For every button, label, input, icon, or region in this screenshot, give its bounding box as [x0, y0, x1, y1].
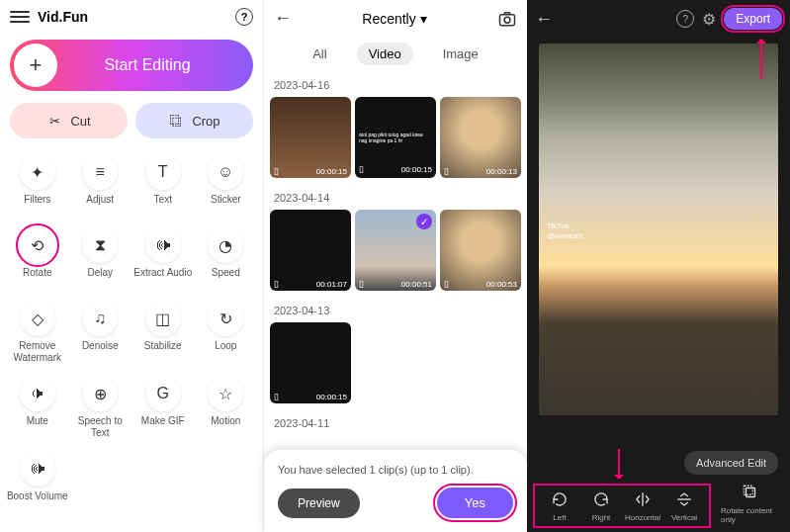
thumb-info: ▯00:00:13: [444, 166, 517, 176]
tool-speech-to-text[interactable]: ⊕Speech to Text: [69, 372, 132, 443]
menu-icon[interactable]: [10, 11, 30, 23]
video-thumbnail[interactable]: ✓▯00:00:51: [355, 210, 436, 291]
thumb-duration: 00:00:15: [316, 393, 347, 401]
app-title: Vid.Fun: [38, 9, 235, 25]
check-icon: ✓: [416, 214, 432, 229]
thumb-info: ▯00:00:51: [359, 279, 432, 289]
gallery-title-dropdown[interactable]: Recently ▾: [292, 11, 497, 27]
tool-label: Sticker: [211, 194, 241, 216]
tool-label: Denoise: [82, 340, 119, 362]
tool-sticker[interactable]: ☺Sticker: [195, 150, 258, 220]
rotate-options-group: LeftRightHorizontalVertical: [537, 488, 707, 524]
tool-mute[interactable]: 🕩Mute: [6, 372, 69, 443]
rotate-toolbar: LeftRightHorizontalVertical Rotate conte…: [527, 483, 790, 524]
video-thumbnail[interactable]: ▯00:01:07: [270, 210, 351, 291]
tool-loop[interactable]: ↻Loop: [195, 297, 258, 368]
tool-motion[interactable]: ☆Motion: [195, 372, 258, 443]
annotation-arrow-up: [760, 40, 762, 79]
tool-label: Make GIF: [141, 415, 185, 437]
thumb-duration: 00:00:13: [486, 167, 517, 176]
start-editing-button[interactable]: + Start Editing: [10, 40, 253, 91]
tool-make-gif[interactable]: GMake GIF: [132, 372, 195, 443]
annotation-arrow-down: [618, 449, 620, 479]
tool-label: Stabilize: [144, 340, 182, 362]
preview-button[interactable]: Preview: [278, 488, 360, 518]
rotate-right-button[interactable]: Right: [580, 489, 622, 522]
tool-stabilize[interactable]: ◫Stabilize: [132, 297, 195, 368]
tool-label: Speech to Text: [69, 415, 132, 439]
date-label: 2023-04-11: [270, 413, 521, 435]
video-thumbnail[interactable]: ▯00:00:15: [270, 322, 351, 403]
tool-speed[interactable]: ◔Speed: [195, 223, 258, 293]
tool-label: Adjust: [86, 194, 114, 216]
tool-label: Motion: [211, 415, 240, 437]
tool-denoise[interactable]: ♫Denoise: [69, 297, 132, 368]
settings-gear-icon[interactable]: ⚙: [702, 10, 716, 29]
tool-icon: ◔: [208, 227, 243, 263]
tool-icon: ⧗: [82, 227, 118, 263]
rotate-content-only-button[interactable]: Rotate content only: [721, 483, 780, 524]
cut-button[interactable]: ✂ Cut: [10, 103, 128, 138]
help-icon[interactable]: ?: [235, 8, 253, 26]
advanced-edit-button[interactable]: Advanced Edit: [684, 451, 778, 475]
tool-label: Speed: [212, 267, 240, 289]
date-label: 2023-04-13: [270, 301, 521, 322]
tool-text[interactable]: TText: [132, 150, 195, 220]
svg-rect-2: [746, 488, 755, 497]
thumb-info: ▯00:00:53: [444, 279, 517, 289]
selection-sheet: You have selected 1 clip(s) (up to 1 cli…: [264, 450, 527, 532]
thumb-row: ▯00:00:15atol pag pikit tulog agad kase …: [270, 97, 521, 178]
yes-button[interactable]: Yes: [437, 488, 513, 518]
export-button[interactable]: Export: [724, 8, 782, 30]
video-thumbnail[interactable]: ▯00:00:15: [270, 97, 351, 178]
tool-grid: ✦Filters≡AdjustTText☺Sticker⟲Rotate⧗Dela…: [0, 144, 263, 522]
tab-all[interactable]: All: [301, 43, 338, 65]
tool-boost-volume[interactable]: 🕪Boost Volume: [6, 447, 69, 516]
rotate-left-button[interactable]: Left: [539, 489, 580, 522]
gallery-panel: ← Recently ▾ All Video Image 2023-04-16▯…: [263, 0, 527, 532]
thumb-duration: 00:00:15: [401, 165, 432, 175]
video-thumbnail[interactable]: ▯00:00:53: [440, 210, 521, 291]
rotate-vertical-button[interactable]: Vertical: [663, 489, 705, 522]
media-tabs: All Video Image: [264, 37, 527, 75]
chevron-down-icon: ▾: [420, 11, 427, 27]
tool-rotate[interactable]: ⟲Rotate: [6, 223, 69, 293]
back-icon[interactable]: ←: [274, 8, 292, 29]
video-thumbnail[interactable]: atol pag pikit tulog agad kase nag imagi…: [355, 97, 436, 178]
tab-image[interactable]: Image: [431, 43, 490, 65]
editor-back-icon[interactable]: ←: [535, 9, 553, 30]
tool-label: Delay: [87, 267, 113, 289]
date-label: 2023-04-14: [270, 188, 521, 210]
video-thumbnail[interactable]: ▯00:00:13: [440, 97, 521, 178]
tool-remove-watermark[interactable]: ◇Remove Watermark: [6, 297, 69, 368]
camera-small-icon: ▯: [274, 166, 279, 176]
tool-label: Loop: [215, 340, 236, 362]
tool-label: Boost Volume: [7, 490, 68, 512]
rotate-left-icon: [551, 489, 569, 509]
camera-small-icon: ▯: [359, 164, 364, 176]
rotate-label: Left: [553, 513, 566, 522]
rotate-horizontal-button[interactable]: Horizontal: [622, 489, 663, 522]
svg-rect-0: [500, 14, 515, 25]
video-preview[interactable]: TikTok @lvancart: [539, 44, 778, 415]
crop-button[interactable]: ⿻ Crop: [135, 103, 253, 138]
tool-icon: ☺: [208, 154, 243, 190]
tab-video[interactable]: Video: [357, 43, 413, 65]
crop-icon: ⿻: [168, 113, 184, 129]
thumb-duration: 00:00:15: [316, 167, 347, 176]
tool-filters[interactable]: ✦Filters: [6, 150, 69, 220]
rotate-label: Vertical: [671, 513, 697, 522]
editor-header: ← ? ⚙ Export: [527, 0, 790, 38]
camera-small-icon: ▯: [274, 279, 279, 289]
tool-icon: ⟲: [20, 227, 55, 263]
tool-label: Mute: [27, 415, 48, 437]
editor-help-icon[interactable]: ?: [676, 10, 694, 28]
rotate-label: Right: [592, 513, 611, 522]
camera-small-icon: ▯: [274, 392, 279, 401]
camera-icon[interactable]: [497, 9, 517, 29]
tool-adjust[interactable]: ≡Adjust: [69, 150, 132, 220]
tool-delay[interactable]: ⧗Delay: [69, 223, 132, 293]
home-header: Vid.Fun ?: [0, 0, 263, 34]
tool-label: Remove Watermark: [6, 340, 69, 364]
tool-extract-audio[interactable]: 🕪Extract Audio: [132, 223, 195, 293]
